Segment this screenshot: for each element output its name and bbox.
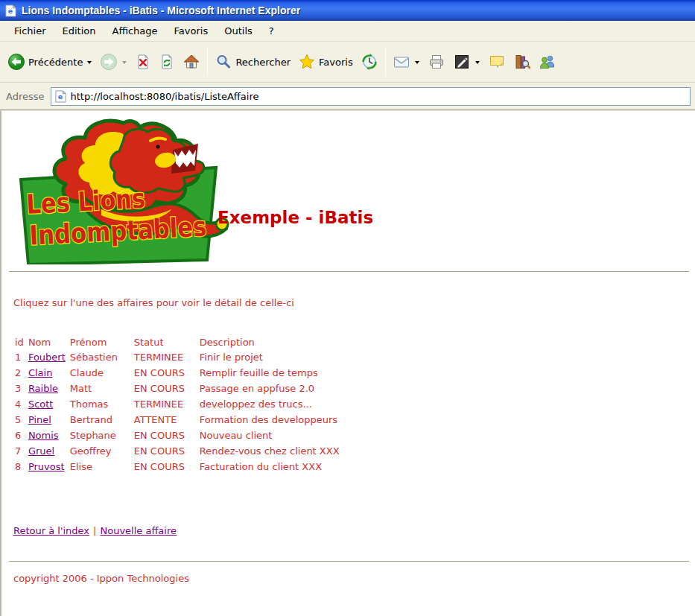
header-id: id (13, 336, 25, 349)
new-affair-link[interactable]: Nouvelle affaire (100, 525, 177, 536)
cell-id: 8 (13, 460, 25, 474)
table-row: 7 Gruel Geoffrey EN COURS Rendez-vous ch… (13, 444, 341, 458)
mail-button[interactable] (389, 50, 424, 74)
favorites-icon (298, 53, 316, 71)
chevron-down-icon (475, 61, 480, 64)
address-label: Adresse (6, 91, 45, 102)
search-label: Rechercher (235, 57, 291, 68)
menu-edition[interactable]: Edition (54, 22, 104, 40)
cell-statut: ATTENTE (133, 413, 197, 427)
affairs-table: id Nom Prénom Statut Description 1 Foube… (12, 334, 343, 475)
horizontal-rule (9, 561, 689, 562)
refresh-icon (159, 54, 175, 70)
cell-id: 7 (13, 444, 25, 458)
print-button[interactable] (424, 50, 449, 74)
title-bar: e Lions Indomptables - iBatis - Microsof… (0, 0, 695, 21)
cell-statut: EN COURS (133, 428, 197, 442)
home-icon (183, 53, 200, 71)
cell-id: 2 (13, 366, 25, 380)
cell-prenom: Thomas (69, 397, 131, 411)
affair-link[interactable]: Clain (28, 367, 53, 378)
cell-description: Nouveau client (198, 428, 341, 442)
stop-button[interactable] (131, 51, 155, 73)
history-button[interactable] (357, 50, 382, 74)
back-button[interactable]: Précédente (4, 50, 96, 74)
cell-description: Remplir feuille de temps (198, 366, 341, 380)
search-button[interactable]: Rechercher (211, 50, 294, 74)
research-button[interactable] (510, 50, 535, 74)
edit-button[interactable] (449, 50, 484, 74)
chevron-down-icon (87, 61, 92, 64)
home-button[interactable] (179, 50, 204, 74)
cell-statut: TERMINEE (133, 397, 197, 411)
menu-favoris[interactable]: Favoris (166, 22, 217, 40)
address-bar: Adresse e http://localhost:8080/ibatis/L… (0, 83, 695, 110)
messenger-button[interactable] (535, 50, 560, 74)
table-row: 4 Scott Thomas TERMINEE developpez des t… (13, 397, 341, 411)
affair-link[interactable]: Raible (28, 383, 58, 394)
menu-fichier[interactable]: Fichier (6, 22, 54, 40)
cell-description: Facturation du client XXX (198, 460, 341, 474)
copyright-text: copyright 2006 - Ippon Technologies (13, 573, 189, 584)
forward-icon (100, 53, 118, 71)
cell-description: Formation des developpeurs (198, 413, 341, 427)
history-icon (361, 53, 378, 71)
table-row: 1 Foubert Sébastien TERMINEE Finir le pr… (13, 350, 341, 364)
search-icon (215, 53, 232, 71)
research-icon (513, 53, 531, 71)
stop-icon (135, 54, 151, 70)
affair-link[interactable]: Foubert (28, 352, 66, 363)
cell-prenom: Elise (69, 460, 131, 474)
cell-statut: EN COURS (133, 381, 197, 396)
header-nom: Nom (27, 336, 67, 349)
toolbar-separator (385, 48, 386, 76)
print-icon (428, 53, 445, 71)
toolbar-separator (207, 48, 208, 76)
menu-bar: Fichier Edition Affichage Favoris Outils… (0, 21, 695, 42)
affair-link[interactable]: Nomis (28, 430, 59, 441)
browser-window: e Lions Indomptables - iBatis - Microsof… (0, 0, 695, 616)
edit-icon (453, 53, 471, 71)
ie-glyph: e (8, 7, 13, 15)
table-row: 6 Nomis Stephane EN COURS Nouveau client (13, 428, 341, 442)
affair-link[interactable]: Pinel (28, 414, 51, 425)
cell-description: Rendez-vous chez client XXX (198, 444, 341, 458)
window-title: Lions Indomptables - iBatis - Microsoft … (22, 4, 300, 16)
back-to-index-link[interactable]: Retour à l'index (13, 525, 89, 536)
cell-statut: TERMINEE (133, 350, 197, 364)
logo-text-line1: Les Lions (25, 183, 146, 220)
affair-link[interactable]: Gruel (28, 445, 54, 457)
page-title: Exemple - iBatis (218, 208, 373, 227)
header-description: Description (198, 336, 341, 349)
ie-glyph: e (57, 92, 62, 101)
messenger-icon (539, 53, 556, 71)
lions-logo: Les Lions Indomptables (12, 117, 229, 264)
cell-prenom: Sébastien (69, 350, 131, 364)
menu-aide[interactable]: ? (261, 22, 282, 40)
toolbar: Précédente (0, 42, 695, 83)
affair-link[interactable]: Pruvost (28, 461, 65, 472)
menu-affichage[interactable]: Affichage (104, 22, 165, 40)
address-input[interactable]: e http://localhost:8080/ibatis/ListeAffa… (51, 87, 691, 106)
menu-outils[interactable]: Outils (216, 22, 261, 40)
cell-id: 6 (13, 428, 25, 442)
forward-button[interactable] (96, 50, 131, 74)
horizontal-rule (9, 271, 689, 273)
ie-page-icon: e (4, 4, 17, 17)
header-statut: Statut (133, 336, 197, 349)
affair-link[interactable]: Scott (28, 399, 54, 410)
page-content: Les Lions Indomptables Exemple - iBatis … (0, 110, 695, 616)
cell-prenom: Geoffrey (69, 444, 131, 458)
bottom-links: Retour à l'index|Nouvelle affaire (13, 525, 177, 536)
back-label: Précédente (28, 57, 83, 68)
back-icon (7, 53, 25, 71)
cell-prenom: Matt (69, 381, 131, 396)
cell-id: 1 (13, 350, 25, 364)
table-row: 3 Raible Matt EN COURS Passage en appfus… (13, 381, 341, 396)
discuss-button[interactable] (484, 50, 510, 74)
refresh-button[interactable] (155, 51, 179, 73)
mail-icon (393, 53, 410, 71)
favorites-button[interactable]: Favoris (294, 50, 357, 74)
cell-statut: EN COURS (133, 444, 197, 458)
address-url: http://localhost:8080/ibatis/ListeAffair… (71, 91, 259, 102)
